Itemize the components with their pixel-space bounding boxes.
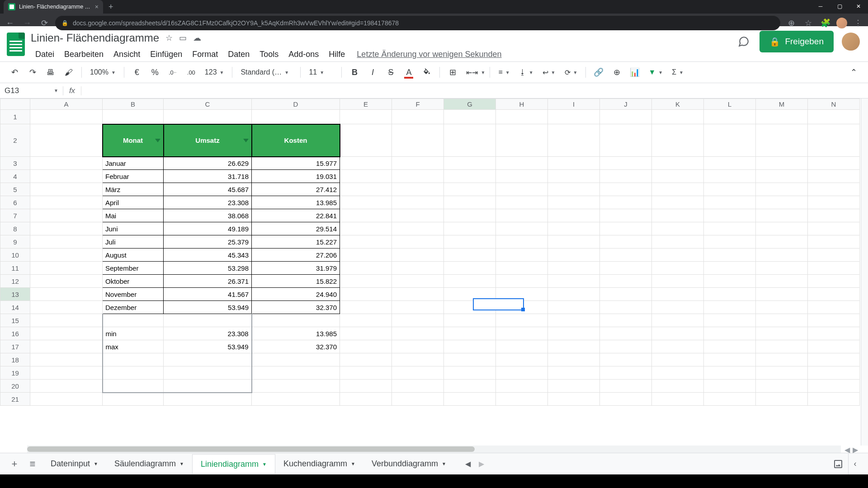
tab-scroll-right[interactable]: ▶ xyxy=(479,460,484,468)
cell-G2[interactable] xyxy=(444,124,496,157)
cell-A16[interactable] xyxy=(30,327,103,340)
borders-button[interactable]: ⊞ xyxy=(444,64,461,80)
cell-C19[interactable] xyxy=(164,366,252,380)
cell-N16[interactable] xyxy=(808,327,860,340)
cell-H4[interactable] xyxy=(496,170,548,183)
account-avatar[interactable] xyxy=(842,33,860,51)
cell-I15[interactable] xyxy=(548,314,600,327)
cell-N19[interactable] xyxy=(808,366,860,380)
cell-A7[interactable] xyxy=(30,209,103,222)
cell-L5[interactable] xyxy=(704,183,756,196)
cell-A6[interactable] xyxy=(30,196,103,209)
cell-L1[interactable] xyxy=(704,110,756,124)
close-tab-icon[interactable]: × xyxy=(95,3,99,10)
cell-D12[interactable]: 15.822 xyxy=(252,275,340,288)
cell-I14[interactable] xyxy=(548,301,600,314)
cell-G17[interactable] xyxy=(444,340,496,353)
cell-A15[interactable] xyxy=(30,314,103,327)
undo-button[interactable]: ↶ xyxy=(6,64,23,80)
cell-C14[interactable]: 53.949 xyxy=(164,301,252,314)
cell-C1[interactable] xyxy=(164,110,252,124)
cell-F10[interactable] xyxy=(392,249,444,262)
cell-B21[interactable] xyxy=(103,393,164,406)
cell-E2[interactable] xyxy=(340,124,392,157)
star-icon[interactable]: ☆ xyxy=(165,33,173,43)
text-color-button[interactable]: A xyxy=(401,64,417,80)
increase-decimal-button[interactable]: .00 xyxy=(183,64,199,80)
minimize-button[interactable]: ─ xyxy=(811,0,830,13)
font-size-select[interactable]: 11▼ xyxy=(305,64,337,80)
merge-cells-button[interactable]: ⇤⇥▼ xyxy=(462,64,485,80)
cell-G11[interactable] xyxy=(444,262,496,275)
cell-F3[interactable] xyxy=(392,157,444,170)
cell-B4[interactable]: Februar xyxy=(103,170,164,183)
explore-button[interactable] xyxy=(830,456,846,472)
row-header-9[interactable]: 9 xyxy=(0,235,30,249)
cell-C16[interactable]: 23.308 xyxy=(164,327,252,340)
row-header-1[interactable]: 1 xyxy=(0,110,30,124)
print-button[interactable]: 🖶 xyxy=(42,64,59,80)
cell-D10[interactable]: 27.206 xyxy=(252,249,340,262)
cell-G9[interactable] xyxy=(444,235,496,249)
cell-K10[interactable] xyxy=(652,249,704,262)
cell-L12[interactable] xyxy=(704,275,756,288)
cell-E6[interactable] xyxy=(340,196,392,209)
cell-M3[interactable] xyxy=(756,157,808,170)
cell-D16[interactable]: 13.985 xyxy=(252,327,340,340)
comments-button[interactable] xyxy=(736,34,751,49)
cell-H17[interactable] xyxy=(496,340,548,353)
cell-D2[interactable]: Kosten xyxy=(252,124,340,157)
cell-H16[interactable] xyxy=(496,327,548,340)
currency-button[interactable]: € xyxy=(129,64,145,80)
cell-M11[interactable] xyxy=(756,262,808,275)
redo-button[interactable]: ↷ xyxy=(24,64,41,80)
cell-J9[interactable] xyxy=(600,235,652,249)
cell-L14[interactable] xyxy=(704,301,756,314)
row-header-17[interactable]: 17 xyxy=(0,340,30,353)
move-icon[interactable]: ▭ xyxy=(179,33,187,43)
chevron-down-icon[interactable]: ▼ xyxy=(94,461,98,466)
cell-M12[interactable] xyxy=(756,275,808,288)
cell-H19[interactable] xyxy=(496,366,548,380)
cell-D9[interactable]: 15.227 xyxy=(252,235,340,249)
cell-G7[interactable] xyxy=(444,209,496,222)
cell-D11[interactable]: 31.979 xyxy=(252,262,340,275)
document-title[interactable]: Linien- Flächendiagramme xyxy=(31,32,159,44)
row-header-8[interactable]: 8 xyxy=(0,222,30,235)
all-sheets-button[interactable]: ≡ xyxy=(24,456,41,472)
col-header-D[interactable]: D xyxy=(252,99,340,110)
cell-G13[interactable] xyxy=(444,288,496,301)
cell-L19[interactable] xyxy=(704,366,756,380)
cell-C15[interactable] xyxy=(164,314,252,327)
col-header-J[interactable]: J xyxy=(600,99,652,110)
cell-J12[interactable] xyxy=(600,275,652,288)
row-header-11[interactable]: 11 xyxy=(0,262,30,275)
browser-tab[interactable]: Linien- Flächendiagramme - Goo… × xyxy=(4,0,103,14)
cell-H5[interactable] xyxy=(496,183,548,196)
cell-A21[interactable] xyxy=(30,393,103,406)
comment-button[interactable]: ⊕ xyxy=(609,64,625,80)
col-header-B[interactable]: B xyxy=(103,99,164,110)
row-header-12[interactable]: 12 xyxy=(0,275,30,288)
cell-M15[interactable] xyxy=(756,314,808,327)
rotate-button[interactable]: ⟳▼ xyxy=(561,64,581,80)
cell-C9[interactable]: 25.379 xyxy=(164,235,252,249)
row-header-21[interactable]: 21 xyxy=(0,393,30,406)
cell-J18[interactable] xyxy=(600,353,652,366)
cell-B19[interactable] xyxy=(103,366,164,380)
cell-N12[interactable] xyxy=(808,275,860,288)
cell-E21[interactable] xyxy=(340,393,392,406)
cell-A10[interactable] xyxy=(30,249,103,262)
row-header-18[interactable]: 18 xyxy=(0,353,30,366)
row-header-13[interactable]: 13 xyxy=(0,288,30,301)
cell-N5[interactable] xyxy=(808,183,860,196)
cell-L9[interactable] xyxy=(704,235,756,249)
chevron-down-icon[interactable]: ▼ xyxy=(442,461,446,466)
cell-D14[interactable]: 32.370 xyxy=(252,301,340,314)
vertical-scrollbar[interactable] xyxy=(861,99,868,446)
row-header-15[interactable]: 15 xyxy=(0,314,30,327)
col-header-N[interactable]: N xyxy=(808,99,860,110)
menu-hilfe[interactable]: Hilfe xyxy=(324,48,349,61)
cell-K12[interactable] xyxy=(652,275,704,288)
cell-F11[interactable] xyxy=(392,262,444,275)
